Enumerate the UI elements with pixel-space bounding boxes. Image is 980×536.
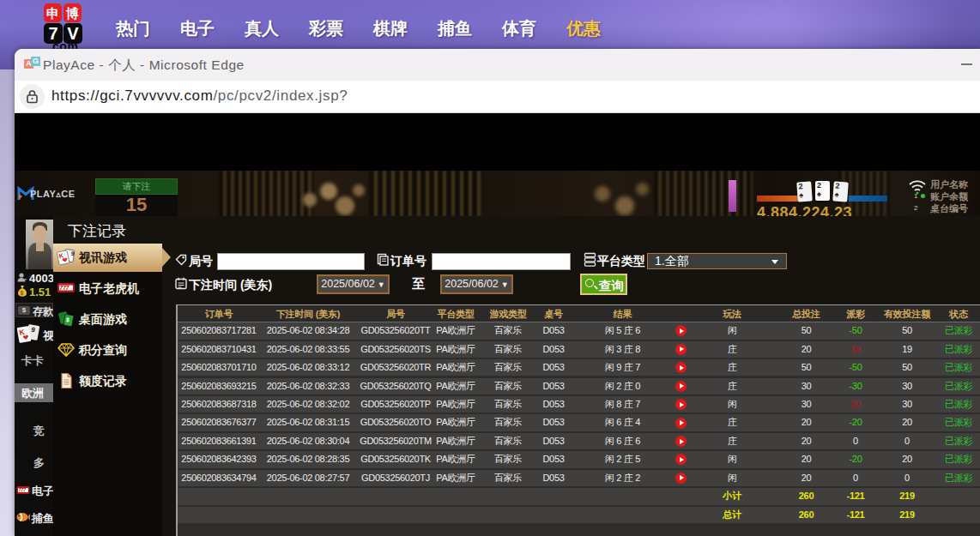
svg-text:777: 777 [60,285,70,291]
svg-text:777: 777 [19,488,26,492]
svg-text:$: $ [20,290,23,297]
svg-text:9: 9 [70,250,75,256]
